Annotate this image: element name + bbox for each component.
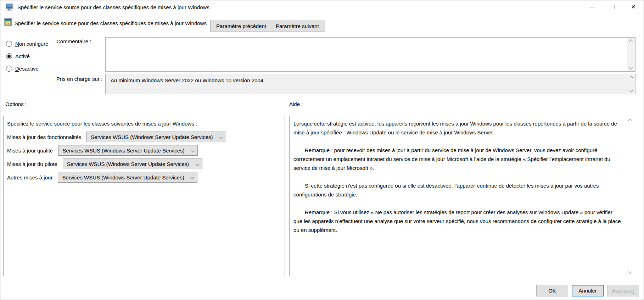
dropdown-value: Services WSUS (Windows Server Update Ser…	[91, 134, 213, 140]
scroll-down-icon	[629, 65, 633, 69]
radio-dot	[7, 55, 11, 58]
options-intro: Spécifiez le service source pour les cla…	[7, 121, 281, 127]
radio-circle	[6, 66, 12, 72]
next-setting-button[interactable]: Paramètre suivant	[270, 20, 325, 32]
maximize-button[interactable]	[603, 0, 623, 14]
minimize-icon	[590, 7, 595, 7]
radio-disabled[interactable]: Désactivé	[6, 66, 39, 72]
radio-circle	[6, 41, 12, 47]
driver-updates-dropdown[interactable]: Services WSUS (Windows Server Update Ser…	[63, 159, 202, 169]
label-part: Paramètre sui	[276, 23, 309, 29]
help-paragraph: Remarque : pour recevoir des mises à jou…	[293, 146, 623, 172]
ok-button[interactable]: OK	[536, 285, 568, 296]
close-icon: ✕	[631, 4, 635, 10]
help-paragraph: Lorsque cette stratégie est activée, les…	[293, 119, 623, 137]
scroll-down-icon[interactable]	[628, 270, 632, 273]
comment-scrollbar[interactable]	[627, 38, 635, 71]
supported-on-label: Pris en charge sur :	[56, 76, 102, 82]
help-paragraph: Si cette stratégie n’est pas configurée …	[293, 181, 623, 199]
close-button[interactable]: ✕	[623, 0, 644, 14]
label-accesskey: r	[633, 288, 634, 294]
maximize-icon	[611, 5, 615, 9]
label-part: on configuré	[19, 41, 49, 47]
computer-icon	[5, 3, 14, 11]
dropdown-value: Services WSUS (Windows Server Update Ser…	[62, 174, 184, 180]
label-part: ctivé	[19, 53, 30, 59]
previous-setting-button[interactable]: Paramètre précédent	[210, 20, 272, 32]
scroll-up-icon[interactable]	[628, 118, 632, 122]
supported-on-value: Au minimum Windows Server 2022 ou Window…	[111, 77, 263, 83]
window-controls: ✕	[582, 0, 644, 14]
option-label: Mises à jour des fonctionnalités	[7, 134, 81, 140]
chevron-down-icon	[219, 135, 223, 139]
label-part: ésactivé	[19, 66, 39, 72]
label-part: ant	[312, 23, 319, 29]
policy-setting-icon	[4, 18, 12, 26]
option-label: Mises à jour du pilote	[7, 161, 57, 167]
radio-circle-selected	[6, 53, 12, 59]
help-paragraph: Remarque : Si vous utilisez « Ne pas aut…	[293, 208, 623, 234]
window-title: Spécifier le service source pour des cla…	[17, 4, 209, 10]
chevron-down-icon	[195, 162, 199, 166]
title-bar: Spécifier le service source pour des cla…	[0, 0, 644, 14]
help-panel[interactable]: Lorsque cette stratégie est activée, les…	[289, 116, 635, 276]
supported-on-scrollbar[interactable]	[627, 74, 635, 94]
label-accesskey: A	[15, 53, 19, 59]
other-updates-dropdown[interactable]: Services WSUS (Windows Server Update Ser…	[58, 172, 197, 183]
dropdown-value: Services WSUS (Windows Server Update Ser…	[62, 148, 184, 154]
label-part: ètre précédent	[232, 23, 266, 29]
quality-updates-dropdown[interactable]: Services WSUS (Windows Server Update Ser…	[58, 145, 198, 156]
option-row-other-updates: Autres mises à jour Services WSUS (Windo…	[7, 172, 281, 183]
option-label: Autres mises à jour	[7, 174, 52, 180]
label-part: Applique	[612, 288, 632, 294]
chevron-down-icon	[191, 149, 195, 152]
help-section-label: Aide :	[289, 101, 303, 107]
scroll-up-icon	[629, 76, 633, 80]
cancel-button[interactable]: Annuler	[572, 285, 604, 296]
radio-label: Non configuré	[15, 41, 48, 47]
label-accesskey: D	[15, 66, 19, 72]
setting-name: Spécifier le service source pour des cla…	[15, 20, 207, 26]
label-part: Para	[216, 23, 228, 29]
options-section-label: Options :	[5, 101, 27, 107]
scroll-down-icon	[629, 88, 633, 92]
apply-button: Appliquer	[607, 285, 639, 296]
option-row-driver-updates: Mises à jour du pilote Services WSUS (Wi…	[7, 159, 281, 169]
scroll-up-icon	[629, 39, 633, 43]
option-row-feature-updates: Mises à jour des fonctionnalités Service…	[7, 132, 281, 142]
radio-label: Désactivé	[15, 66, 39, 72]
minimize-button	[582, 0, 603, 14]
radio-not-configured[interactable]: Non configuré	[6, 41, 48, 47]
supported-on-field: Au minimum Windows Server 2022 ou Window…	[105, 74, 635, 94]
label-accesskey: v	[309, 23, 312, 29]
comment-label: Commentaire :	[56, 38, 91, 44]
options-panel: Spécifiez le service source pour les cla…	[3, 116, 285, 276]
feature-updates-dropdown[interactable]: Services WSUS (Windows Server Update Ser…	[86, 132, 226, 142]
radio-label: Activé	[15, 53, 30, 59]
policy-setting-dialog: Spécifier le service source pour des cla…	[0, 0, 644, 300]
comment-textarea[interactable]	[105, 37, 635, 72]
dropdown-value: Services WSUS (Windows Server Update Ser…	[67, 161, 189, 167]
label-accesskey: N	[15, 41, 19, 47]
label-accesskey: m	[228, 23, 232, 29]
chevron-down-icon	[191, 176, 194, 179]
option-row-quality-updates: Mises à jour qualité Services WSUS (Wind…	[7, 145, 281, 156]
radio-enabled[interactable]: Activé	[6, 53, 30, 59]
option-label: Mises à jour qualité	[7, 148, 53, 154]
